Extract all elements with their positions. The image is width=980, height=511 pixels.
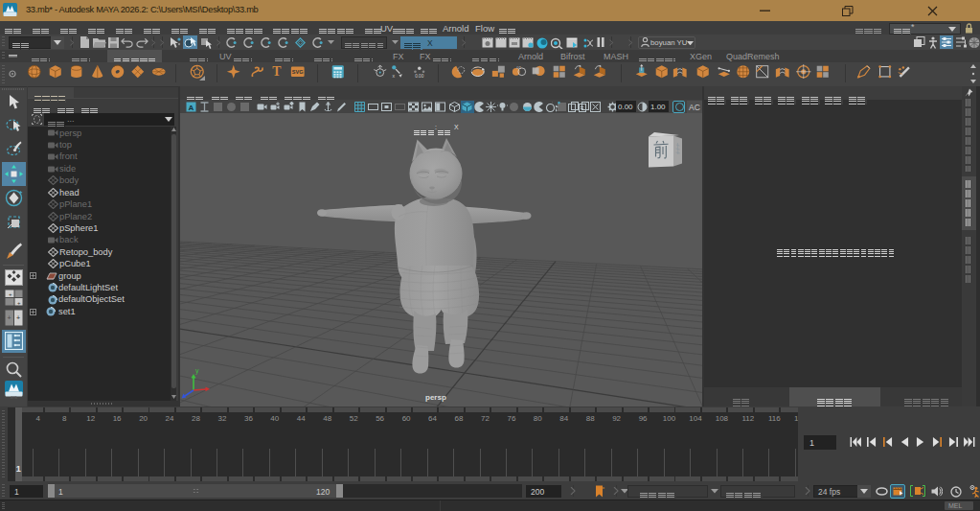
svg-text:A: A: [189, 103, 194, 111]
svg-text:+: +: [8, 314, 11, 321]
svg-text:0.00: 0.00: [415, 73, 424, 78]
svg-text:x: x: [393, 72, 396, 78]
svg-text:+: +: [16, 314, 20, 321]
svg-text:+: +: [9, 291, 12, 297]
svg-text:01: 01: [516, 65, 521, 70]
svg-text:y: y: [195, 367, 199, 375]
svg-text:T: T: [272, 64, 281, 79]
svg-text:+: +: [17, 300, 21, 306]
svg-text:APA: APA: [11, 396, 18, 399]
svg-text:SVG: SVG: [292, 69, 304, 75]
